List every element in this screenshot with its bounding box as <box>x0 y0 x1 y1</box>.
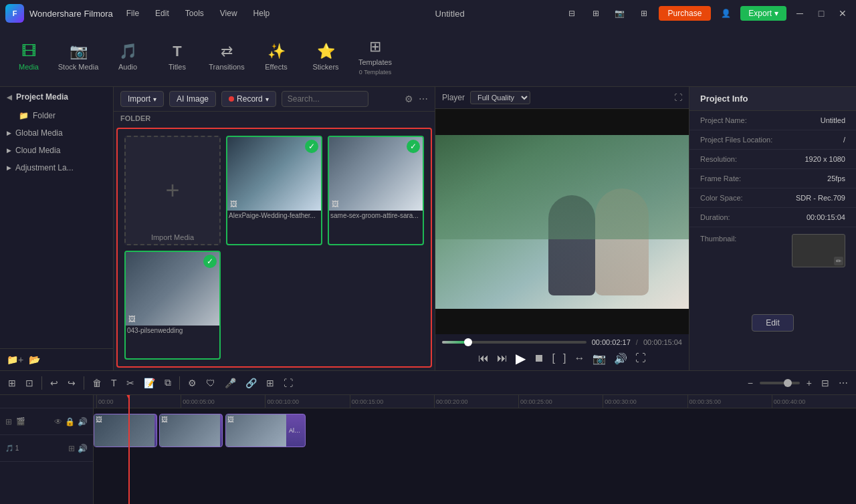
track-lock-icon[interactable]: 🔒 <box>65 417 75 426</box>
time-current: 00:00:02:17 <box>592 338 631 346</box>
framerate-value: 25fps <box>827 174 845 182</box>
track-eye-icon[interactable]: 👁 <box>54 417 62 426</box>
minimize-window-icon[interactable]: ⊟ <box>562 4 581 23</box>
toolbar-transitions[interactable]: ⇄ Transitions <box>203 30 250 84</box>
snapshot-button[interactable]: 📷 <box>593 352 606 365</box>
timeline-layout-icon[interactable]: ⊞ <box>5 376 19 390</box>
media-item-groom1[interactable]: 🖼 ✓ same-sex-groom-attire-sara... <box>328 136 424 245</box>
sidebar-item-folder[interactable]: 📁 Folder <box>0 107 113 124</box>
more-timeline-icon[interactable]: ⋯ <box>836 376 851 390</box>
mic-icon[interactable]: 🎤 <box>222 376 239 390</box>
track-label-audio1: 🎵 1 ⊞ 🔊 <box>0 435 93 462</box>
ruler-mark-20: 00:00:20:00 <box>434 395 518 408</box>
more-icon[interactable]: ⋯ <box>419 94 428 104</box>
toolbar-audio[interactable]: 🎵 Audio <box>104 30 151 84</box>
grid-icon[interactable]: ⊞ <box>635 4 653 23</box>
toolbar-stock-media[interactable]: 📷 Stock Media <box>55 30 102 84</box>
in-point-button[interactable]: ⏮ <box>478 352 489 364</box>
camera-icon[interactable]: 📷 <box>611 4 629 23</box>
layout-toggle-icon[interactable]: ⊟ <box>819 376 832 390</box>
project-info-tab[interactable]: Project Info <box>689 87 856 111</box>
edit-button[interactable]: Edit <box>752 314 794 332</box>
sidebar-item-cloud-media[interactable]: ▶ Cloud Media <box>0 142 113 159</box>
menu-tools[interactable]: Tools <box>183 7 207 19</box>
link-icon[interactable]: 🔗 <box>243 376 259 390</box>
thumbnail-edit-icon[interactable]: ✏ <box>834 257 843 265</box>
toolbar-separator-3 <box>179 376 180 390</box>
toolbar-effects[interactable]: ✨ Effects <box>253 30 300 84</box>
mark-in-button[interactable]: [ <box>552 352 555 364</box>
text-overlay-icon[interactable]: 📝 <box>141 376 158 390</box>
shield-icon[interactable]: 🛡 <box>203 376 218 390</box>
menu-view[interactable]: View <box>217 7 240 19</box>
progress-bar[interactable] <box>442 341 586 344</box>
timeline-snap-icon[interactable]: ⊡ <box>23 376 36 390</box>
window-close-button[interactable]: ✕ <box>835 5 851 21</box>
purchase-button[interactable]: Purchase <box>659 6 712 21</box>
track-audio-icon[interactable]: 🔊 <box>78 417 88 426</box>
folder-section-label: FOLDER <box>114 112 435 125</box>
copy-button[interactable]: ⧉ <box>162 376 174 390</box>
window-restore-button[interactable]: □ <box>813 5 829 21</box>
search-input[interactable] <box>282 91 368 107</box>
project-location-value: / <box>843 136 845 144</box>
add-folder-icon[interactable]: 📁+ <box>7 354 23 365</box>
window-minimize-button[interactable]: ─ <box>792 5 808 21</box>
export-button[interactable]: Export ▾ <box>740 6 786 21</box>
delete-button[interactable]: 🗑 <box>90 376 104 390</box>
account-icon[interactable]: 👤 <box>716 4 735 23</box>
video-clip-1[interactable]: 🖼 043-pilsenw... <box>94 414 157 447</box>
new-folder-icon[interactable]: 📂 <box>29 354 40 365</box>
fullscreen-button[interactable]: ⛶ <box>635 352 646 364</box>
expand-icon[interactable]: ⛶ <box>281 376 296 390</box>
toolbar-stickers[interactable]: ⭐ Stickers <box>302 30 349 84</box>
group-icon[interactable]: ⊞ <box>263 376 277 390</box>
media-item-wedding[interactable]: 🖼 ✓ AlexPaige-Wedding-feather... <box>226 136 322 245</box>
redo-button[interactable]: ↪ <box>65 376 78 390</box>
player-tab[interactable]: Player <box>442 93 465 102</box>
timeline-toolbar: ⊞ ⊡ ↩ ↪ 🗑 T ✂ 📝 ⧉ ⚙ 🛡 🎤 🔗 ⊞ ⛶ − + ⊟ ⋯ <box>0 371 856 395</box>
toolbar-media[interactable]: 🎞 Media <box>5 30 52 84</box>
menu-file[interactable]: File <box>124 7 142 19</box>
ruler-mark-25: 00:00:25:00 <box>518 395 603 408</box>
play-button[interactable]: ▶ <box>516 350 526 366</box>
audio-track-vol-icon[interactable]: 🔊 <box>78 444 88 453</box>
mark-out-button[interactable]: ] <box>563 352 566 364</box>
media-item-groom2[interactable]: 🖼 ✓ 043-pilsenwedding <box>124 251 221 360</box>
sidebar-item-global-media[interactable]: ▶ Global Media <box>0 124 113 142</box>
video-clip-2[interactable]: 🖼 same-sex-g... <box>159 414 223 447</box>
menu-help[interactable]: Help <box>251 7 273 19</box>
undo-button[interactable]: ↩ <box>47 376 61 390</box>
ai-image-button[interactable]: AI Image <box>169 91 216 107</box>
clip-label-1: 043-pilsenw... <box>154 426 157 435</box>
sidebar-item-adjustment[interactable]: ▶ Adjustment La... <box>0 159 113 176</box>
menu-edit[interactable]: Edit <box>152 7 172 19</box>
restore-window-icon[interactable]: ⊞ <box>586 4 605 23</box>
ruler-mark-5: 00:00:05:00 <box>181 395 265 408</box>
step-back-button[interactable]: ⏭ <box>497 352 508 364</box>
volume-button[interactable]: 🔊 <box>614 352 627 365</box>
stop-button[interactable]: ⏹ <box>534 352 544 364</box>
playhead[interactable]: ✂ <box>128 395 130 504</box>
filter-icon[interactable]: ⚙ <box>405 94 413 104</box>
player-expand-icon[interactable]: ⛶ <box>674 93 682 102</box>
clip-label-3: AlexPaige... <box>286 426 305 435</box>
transitions-label: Transitions <box>209 63 244 71</box>
zoom-slider[interactable] <box>760 382 800 384</box>
media-import-placeholder[interactable]: + Import Media <box>124 136 221 245</box>
text-tool-icon[interactable]: T <box>108 376 120 390</box>
cut-button[interactable]: ✂ <box>124 376 137 390</box>
video-clip-3[interactable]: 🖼 AlexPaige... <box>225 414 306 447</box>
add-track-icon[interactable]: ⊞ <box>5 417 12 426</box>
zoom-out-icon[interactable]: − <box>745 376 756 390</box>
record-button[interactable]: Record ▾ <box>221 91 276 107</box>
full-clip-button[interactable]: ↔ <box>574 352 584 364</box>
zoom-in-icon[interactable]: + <box>804 376 815 390</box>
toolbar-templates[interactable]: ⊞ Templates 0 Templates <box>352 30 399 84</box>
audio-track-add-icon[interactable]: ⊞ <box>68 444 75 453</box>
settings-icon[interactable]: ⚙ <box>185 376 199 390</box>
audio-track-controls: ⊞ 🔊 <box>68 444 88 453</box>
quality-select[interactable]: Full Quality 1/2 Quality 1/4 Quality <box>470 91 530 104</box>
toolbar-titles[interactable]: T Titles <box>154 30 201 84</box>
import-button[interactable]: Import ▾ <box>120 91 164 107</box>
